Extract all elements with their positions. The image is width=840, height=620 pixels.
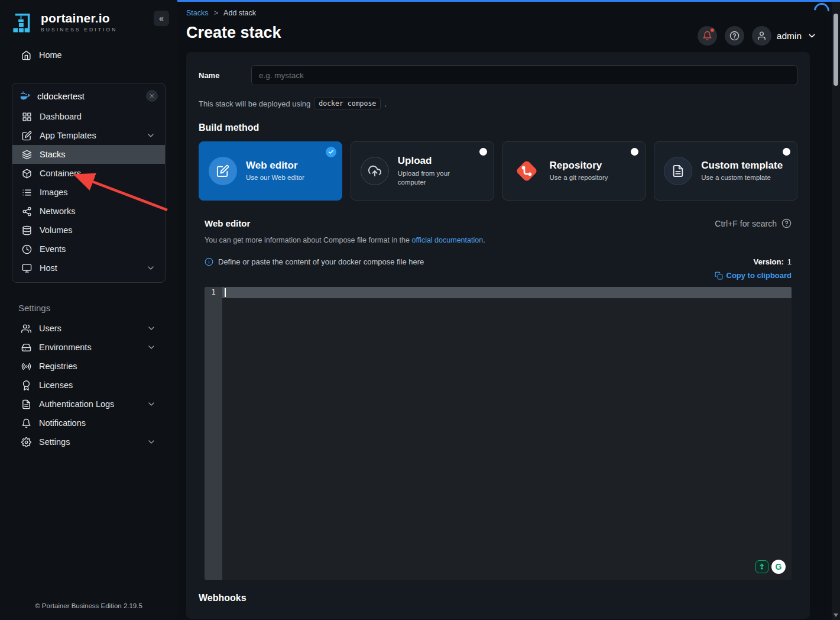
main-content: Stacks > Add stack Create stack admin Na… — [177, 0, 840, 620]
sidebar-item-label: Dashboard — [40, 112, 82, 121]
breadcrumb-separator: > — [214, 9, 218, 17]
user-menu[interactable]: admin — [752, 26, 817, 46]
bell-icon — [21, 418, 31, 428]
environment-close-button[interactable] — [146, 90, 158, 102]
sidebar-item-environments[interactable]: Environments — [12, 338, 166, 357]
card-texts: Custom template Use a custom template — [701, 160, 783, 182]
docs-text: You can get more information about Compo… — [205, 236, 411, 244]
radio-unselected-icon[interactable] — [479, 148, 487, 156]
chevron-down-icon — [807, 31, 817, 41]
box-icon — [22, 169, 32, 179]
web-editor-header: Web editor Ctrl+F for search — [205, 218, 792, 228]
sidebar-item-networks[interactable]: Networks — [12, 202, 165, 221]
loading-spinner-icon — [811, 0, 833, 21]
chevron-down-icon — [147, 437, 156, 447]
sidebar-item-images[interactable]: Images — [12, 183, 165, 202]
radio-unselected-icon[interactable] — [631, 148, 638, 156]
radio-unselected-icon[interactable] — [783, 148, 790, 156]
sidebar-item-licenses[interactable]: Licenses — [12, 376, 166, 395]
environment-name: cldockertest — [37, 91, 140, 101]
stack-name-input[interactable] — [251, 65, 797, 85]
help-circle-icon[interactable] — [781, 218, 792, 228]
sidebar-item-host[interactable]: Host — [12, 259, 165, 277]
sidebar-footer-version: © Portainer Business Edition 2.19.5 — [0, 602, 177, 609]
help-button[interactable] — [725, 26, 744, 46]
editor-line-gutter: 1 — [205, 287, 222, 580]
breadcrumb: Stacks > Add stack — [186, 9, 810, 17]
sidebar-item-label: Volumes — [40, 225, 73, 235]
version-line: Version:1 — [753, 257, 792, 266]
grammarly-icon[interactable]: G — [771, 560, 786, 574]
layers-icon — [22, 150, 32, 160]
help-circle-icon — [729, 31, 740, 41]
build-method-web-editor[interactable]: Web editor Use our Web editor — [199, 141, 342, 201]
create-stack-panel: Name This stack will be deployed using d… — [186, 52, 810, 619]
list-icon — [22, 188, 32, 198]
editor-extension-icon[interactable]: ⇪ — [755, 560, 768, 573]
database-icon — [22, 225, 32, 235]
sidebar-item-label: Settings — [39, 437, 70, 447]
card-subtitle: Use a custom template — [701, 173, 773, 182]
version-label: Version: — [753, 257, 783, 266]
home-icon — [21, 50, 31, 60]
avatar — [752, 26, 771, 46]
vertical-scrollbar[interactable] — [832, 2, 840, 620]
name-label: Name — [199, 71, 251, 80]
build-method-repository[interactable]: Repository Use a git repository — [502, 141, 646, 201]
sidebar-item-volumes[interactable]: Volumes — [12, 221, 165, 240]
editor-meta-row: Define or paste the content of your dock… — [205, 257, 792, 280]
sidebar-item-registries[interactable]: Registries — [12, 357, 166, 376]
sidebar-collapse-button[interactable]: « — [154, 11, 169, 26]
sidebar-item-settings[interactable]: Settings — [12, 432, 166, 451]
sidebar-item-dashboard[interactable]: Dashboard — [12, 107, 165, 126]
sidebar-item-label: Events — [40, 244, 66, 254]
search-hint: Ctrl+F for search — [715, 218, 792, 228]
web-editor-title: Web editor — [205, 218, 250, 228]
chevron-down-icon — [147, 324, 156, 333]
sidebar-item-authentication-logs[interactable]: Authentication Logs — [12, 395, 166, 414]
card-title: Repository — [550, 160, 608, 172]
notifications-button[interactable] — [698, 26, 717, 46]
docs-line: You can get more information about Compo… — [205, 236, 792, 244]
chevron-down-icon — [147, 399, 156, 409]
copy-label: Copy to clipboard — [727, 271, 792, 280]
sidebar-item-label: Licenses — [39, 380, 73, 390]
sidebar-item-containers[interactable]: Containers — [12, 164, 165, 183]
sidebar-item-label: Authentication Logs — [39, 399, 114, 409]
card-title: Web editor — [246, 160, 304, 172]
edit-icon — [209, 157, 237, 185]
name-row: Name — [199, 65, 797, 85]
sidebar-item-label: App Templates — [40, 131, 96, 140]
editor-active-line — [222, 287, 792, 298]
deploy-info-line: This stack will be deployed using docker… — [199, 98, 797, 109]
build-method-upload[interactable]: Upload Upload from your computer — [351, 141, 494, 201]
sidebar-item-home[interactable]: Home — [12, 45, 175, 65]
official-documentation-link[interactable]: official documentation — [411, 236, 483, 244]
sidebar-item-label: Home — [39, 50, 62, 60]
sidebar-item-users[interactable]: Users — [12, 319, 166, 338]
editor-hint: Define or paste the content of your dock… — [205, 257, 424, 266]
settings-section-header: Settings — [18, 303, 177, 313]
sidebar-item-label: Registries — [39, 361, 77, 371]
editor-text-area[interactable] — [222, 287, 792, 580]
clock-icon — [22, 244, 32, 254]
sidebar-item-notifications[interactable]: Notifications — [12, 414, 166, 432]
environment-header[interactable]: cldockertest — [12, 83, 165, 107]
sidebar-item-label: Networks — [40, 206, 75, 216]
sidebar-item-stacks[interactable]: Stacks — [12, 145, 165, 164]
version-value: 1 — [787, 257, 792, 266]
breadcrumb-stacks-link[interactable]: Stacks — [186, 9, 209, 17]
copy-to-clipboard-button[interactable]: Copy to clipboard — [715, 271, 792, 280]
scrollbar-down-arrow-icon[interactable] — [833, 613, 838, 617]
search-hint-label: Ctrl+F for search — [715, 219, 777, 228]
selected-check-icon — [326, 147, 336, 157]
build-method-custom-template[interactable]: Custom template Use a custom template — [654, 141, 797, 201]
user-icon — [757, 31, 767, 41]
scrollbar-thumb[interactable] — [833, 14, 838, 86]
username: admin — [777, 31, 802, 41]
edit-icon — [22, 131, 32, 141]
sidebar-item-app-templates[interactable]: App Templates — [12, 126, 165, 145]
editor-meta-right: Version:1 Copy to clipboard — [715, 257, 792, 280]
logo-text: portainer.io BUSINESS EDITION — [41, 11, 117, 33]
sidebar-item-events[interactable]: Events — [12, 240, 165, 259]
